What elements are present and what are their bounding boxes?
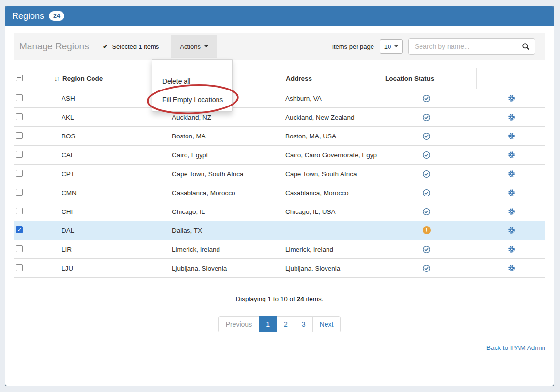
- row-checkbox[interactable]: [14, 189, 48, 197]
- cell-name: Ljubljana, Slovenia: [165, 265, 278, 272]
- pagination-page-3[interactable]: 3: [295, 316, 313, 332]
- cell-region-code: AKL: [48, 114, 165, 121]
- cell-address: Ljubljana, Slovenia: [278, 265, 377, 272]
- cell-name: Casablanca, Morocco: [165, 189, 278, 196]
- selected-summary: ✔ Selected 1 items: [103, 43, 159, 50]
- actions-button[interactable]: Actions: [171, 35, 217, 58]
- status-warning-icon: !: [377, 226, 476, 234]
- cell-region-code: BOS: [48, 133, 165, 140]
- cell-region-code: CHI: [48, 208, 165, 215]
- row-settings-button[interactable]: [476, 132, 546, 140]
- row-checkbox[interactable]: [14, 94, 48, 103]
- search-input[interactable]: [408, 38, 516, 55]
- menu-item-blank[interactable]: [152, 62, 232, 67]
- regions-panel: Regions 24 Manage Regions ✔ Selected 1 i…: [5, 6, 554, 386]
- row-checkbox[interactable]: [14, 264, 48, 272]
- gear-icon: [508, 226, 515, 234]
- gear-icon: [508, 132, 515, 140]
- row-settings-button[interactable]: [476, 189, 546, 196]
- pagination-page-2[interactable]: 2: [277, 316, 295, 332]
- table-row[interactable]: CPTCape Town, South AfricaCape Town, Sou…: [14, 164, 545, 183]
- page-title: Regions: [12, 11, 44, 21]
- table-row[interactable]: DALDallas, TX!: [14, 221, 545, 240]
- column-header-actions: [476, 68, 546, 89]
- table-row[interactable]: CHIChicago, ILChicago, IL, USA: [14, 202, 545, 221]
- cell-name: Cairo, Egypt: [165, 151, 278, 159]
- gear-icon: [508, 208, 515, 215]
- column-header-region-code[interactable]: ↓↑ Region Code: [48, 75, 165, 82]
- cell-address: Casablanca, Morocco: [278, 189, 377, 196]
- menu-item-fill-empty-locations[interactable]: Fill Empty Locations: [152, 90, 232, 109]
- gear-icon: [508, 151, 515, 159]
- status-ok-icon: [377, 208, 476, 216]
- row-checkbox[interactable]: [14, 132, 48, 140]
- row-checkbox[interactable]: [14, 226, 48, 235]
- cell-name: Auckland, NZ: [165, 114, 278, 121]
- row-checkbox[interactable]: [14, 208, 48, 216]
- table-row[interactable]: BOSBoston, MABoston, MA, USA: [14, 126, 545, 145]
- search-group: [408, 38, 535, 55]
- table-row[interactable]: AKLAuckland, NZAuckland, New Zealand: [14, 107, 545, 126]
- pagination-next[interactable]: Next: [312, 316, 341, 332]
- panel-header: Regions 24: [5, 6, 554, 26]
- gear-icon: [508, 245, 515, 253]
- menu-item-delete-all[interactable]: Delete all: [152, 72, 232, 90]
- actions-dropdown-menu: Delete allFill Empty Locations: [152, 59, 233, 112]
- search-button[interactable]: [516, 38, 535, 55]
- cell-region-code: LIR: [48, 246, 165, 253]
- page-size-select[interactable]: 10: [380, 39, 403, 54]
- table-row[interactable]: CMNCasablanca, MoroccoCasablanca, Morocc…: [14, 183, 545, 202]
- row-checkbox[interactable]: [14, 151, 48, 159]
- cell-name: Cape Town, South Africa: [165, 170, 278, 178]
- gear-icon: [508, 113, 515, 121]
- cell-name: Dallas, TX: [165, 227, 278, 234]
- cell-address: Boston, MA, USA: [278, 133, 377, 140]
- cell-address: Limerick, Ireland: [278, 246, 377, 253]
- row-settings-button[interactable]: [476, 208, 546, 215]
- gear-icon: [508, 264, 515, 272]
- pagination-previous[interactable]: Previous: [218, 316, 259, 332]
- selected-suffix: items: [144, 43, 159, 50]
- cell-address: Auckland, New Zealand: [278, 114, 377, 121]
- row-settings-button[interactable]: [476, 245, 546, 253]
- actions-button-label: Actions: [180, 43, 201, 50]
- status-ok-icon: [377, 132, 476, 140]
- total-count-badge: 24: [49, 11, 64, 21]
- cell-region-code: LJU: [48, 265, 165, 272]
- gear-icon: [508, 189, 515, 196]
- status-ok-icon: [377, 94, 476, 103]
- row-settings-button[interactable]: [476, 151, 546, 159]
- table-row[interactable]: LJULjubljana, SloveniaLjubljana, Sloveni…: [14, 258, 545, 277]
- table-row[interactable]: CAICairo, EgyptCairo, Cairo Governorate,…: [14, 145, 545, 164]
- cell-name: Chicago, IL: [165, 208, 278, 215]
- select-all-checkbox[interactable]: [14, 75, 48, 83]
- table-header-row: ↓↑ Region Code Address Location Status: [14, 68, 545, 89]
- page-size-value: 10: [384, 43, 391, 50]
- gear-icon: [508, 94, 515, 102]
- row-settings-button[interactable]: [476, 264, 546, 272]
- table-row[interactable]: ASHAshburn, VA: [14, 89, 545, 107]
- row-settings-button[interactable]: [476, 170, 546, 178]
- row-checkbox[interactable]: [14, 113, 48, 121]
- gear-icon: [508, 170, 515, 178]
- row-checkbox[interactable]: [14, 245, 48, 254]
- row-settings-button[interactable]: [476, 94, 546, 102]
- cell-region-code: DAL: [48, 227, 165, 234]
- pagination: Previous123Next: [14, 316, 545, 332]
- displaying-total: 24: [297, 295, 304, 302]
- status-ok-icon: [377, 245, 476, 254]
- row-settings-button[interactable]: [476, 113, 546, 121]
- cell-region-code: CPT: [48, 170, 165, 178]
- cell-address: Ashburn, VA: [278, 95, 377, 102]
- check-icon: ✔: [103, 43, 109, 50]
- pagination-page-1[interactable]: 1: [259, 316, 277, 332]
- back-to-ipam-admin-link[interactable]: Back to IPAM Admin: [486, 344, 545, 351]
- displaying-summary: Displaying 1 to 10 of 24 items.: [14, 295, 545, 302]
- cell-region-code: ASH: [48, 95, 165, 102]
- row-settings-button[interactable]: [476, 226, 546, 234]
- cell-address: Cairo, Cairo Governorate, Egypt: [278, 151, 377, 159]
- table-row[interactable]: LIRLimerick, IrelandLimerick, Ireland: [14, 240, 545, 258]
- row-checkbox[interactable]: [14, 170, 48, 178]
- cell-address: Cape Town, South Africa: [278, 170, 377, 178]
- menu-divider: [152, 69, 232, 69]
